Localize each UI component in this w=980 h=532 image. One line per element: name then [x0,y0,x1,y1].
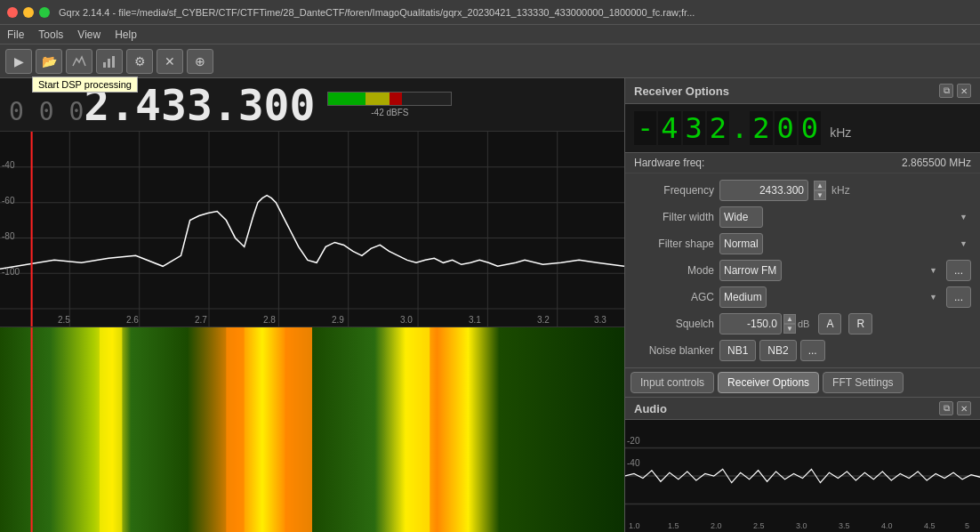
fft-x-label-33: 3.3 [594,315,606,325]
frequency-row: Frequency ▲ ▼ kHz [625,177,980,204]
filter-shape-wrapper: Soft Normal Sharp [719,233,971,254]
receiver-options-header: Receiver Options ⧉ ✕ [625,78,980,104]
demod-button[interactable] [66,49,92,74]
fft-button[interactable] [96,49,123,74]
recv-float-button[interactable]: ⧉ [939,84,953,98]
svg-rect-18 [100,327,122,532]
filter-width-select[interactable]: Wide Normal Narrow User [719,206,763,228]
menubar: File Tools View Help [0,25,980,44]
right-panel: Receiver Options ⧉ ✕ - 4 3 2 . 2 0 0 kHz… [624,78,980,532]
freq-digit-2: 2 [707,111,729,145]
fft-x-label-27: 2.7 [195,315,207,325]
recv-close-button[interactable]: ✕ [957,84,971,98]
frequency-spinner[interactable]: ▲ ▼ [814,181,826,200]
fft-x-label-25: 2.5 [58,315,70,325]
audio-x-label-10: 1.0 [629,521,640,530]
level-bar-empty [402,93,451,105]
audio-float-button[interactable]: ⧉ [939,401,953,415]
spectrum-area: 0 0 0 2.433.300 -42 dBFS [0,78,624,532]
noise-blanker-label: Noise blanker [634,344,714,357]
main-area: 0 0 0 2.433.300 -42 dBFS [0,78,980,532]
freq-input-unit: kHz [830,125,851,140]
hw-freq-value: 2.865500 MHz [902,157,971,169]
waterfall[interactable] [0,327,624,532]
audio-x-label-40: 4.0 [881,521,893,530]
level-bar-green [328,93,365,105]
dsp-tooltip: Start DSP processing [32,77,138,93]
settings-button[interactable]: ⚙ [126,49,153,74]
svg-rect-19 [226,327,244,532]
squelch-r-button[interactable]: R [848,313,872,335]
fft-plot[interactable]: -40 -60 -80 -100 2.5 2.6 2.7 2.8 2.9 3.0… [0,132,624,327]
squelch-spin-down[interactable]: ▼ [783,324,796,334]
svg-rect-21 [407,327,430,532]
agc-select[interactable]: Off Slow Medium Fast [719,286,767,308]
audio-plot[interactable]: -20 -40 1.0 1.5 2.0 2.5 3.0 3.5 4.0 4.5 … [625,420,980,532]
frequency-label: Frequency [634,184,714,197]
audio-section: Audio ⧉ ✕ -20 -40 1.0 [625,398,980,532]
settings-panel: Frequency ▲ ▼ kHz Filter width Wide Norm… [625,173,980,367]
minimize-traffic-light[interactable] [23,7,34,18]
frequency-input-display[interactable]: - 4 3 2 . 2 0 0 kHz [625,104,980,153]
mode-extra-button[interactable]: ... [946,260,971,281]
freq-dot: . [731,111,748,145]
audio-header: Audio ⧉ ✕ [625,398,980,420]
svg-rect-20 [285,327,312,532]
fft-x-label-32: 3.2 [537,315,550,325]
level-bar-container [327,92,452,106]
receiver-options-title: Receiver Options [634,85,729,98]
receiver-options-controls: ⧉ ✕ [939,84,971,98]
agc-row: AGC Off Slow Medium Fast ... [625,284,980,310]
freq-spin-down[interactable]: ▼ [814,190,826,200]
fft-y-label-40: -40 [2,160,14,170]
svg-rect-0 [103,62,106,68]
window-title: Gqrx 2.14.4 - file=/media/sf_CYBER/CTF/C… [59,7,695,18]
tab-fft-settings[interactable]: FFT Settings [823,372,903,393]
squelch-input-group: ▲ ▼ dB [719,313,813,335]
squelch-label: Squelch [634,318,714,330]
tab-input-controls[interactable]: Input controls [631,372,714,393]
noise-blanker-row: Noise blanker NB1 NB2 ... [625,337,980,364]
squelch-a-button[interactable]: A [818,313,841,335]
tab-receiver-options[interactable]: Receiver Options [718,372,819,393]
agc-extra-button[interactable]: ... [946,286,971,308]
agc-wrapper: Off Slow Medium Fast [719,286,941,308]
nb1-button[interactable]: NB1 [719,340,756,361]
level-label: -42 dBFS [371,108,408,117]
waterfall-visual [0,327,624,532]
audio-x-label-15: 1.5 [668,521,679,530]
audio-close-button[interactable]: ✕ [957,401,971,415]
audio-y-label-40: -40 [627,458,639,468]
menu-view[interactable]: View [77,28,100,41]
close-traffic-light[interactable] [7,7,18,18]
nb2-button[interactable]: NB2 [759,340,796,361]
nb-extra-button[interactable]: ... [800,340,825,361]
menu-tools[interactable]: Tools [38,28,63,41]
squelch-unit: dB [798,318,809,329]
audio-x-label-35: 3.5 [839,521,850,530]
squelch-value-input[interactable] [719,313,782,335]
audio-x-label-45: 4.5 [924,521,936,530]
audio-y-label-20: -20 [627,436,639,446]
fft-y-label-100: -100 [2,267,20,277]
filter-width-wrapper: Wide Normal Narrow User [719,206,971,228]
mode-select[interactable]: AM LSB USB Narrow FM Wide FM [719,260,782,281]
squelch-spin-up[interactable]: ▲ [783,314,796,324]
audio-title: Audio [634,402,667,415]
menu-file[interactable]: File [7,28,24,41]
zoom-button[interactable]: ⊕ [187,49,213,74]
mode-row: Mode AM LSB USB Narrow FM Wide FM ... [625,257,980,284]
filter-shape-select[interactable]: Soft Normal Sharp [719,233,763,254]
close-button[interactable]: ✕ [157,49,183,74]
fft-x-label-30: 3.0 [400,315,413,325]
freq-spin-up[interactable]: ▲ [814,181,826,190]
maximize-traffic-light[interactable] [39,7,50,18]
open-file-button[interactable]: 📂 [36,49,62,74]
filter-width-row: Filter width Wide Normal Narrow User [625,204,980,230]
squelch-spinner[interactable]: ▲ ▼ [783,314,796,334]
menu-help[interactable]: Help [115,28,137,41]
dsp-start-button[interactable]: ▶ [5,49,32,74]
svg-rect-2 [112,56,115,68]
level-bar [328,93,451,105]
frequency-input[interactable] [719,180,808,201]
